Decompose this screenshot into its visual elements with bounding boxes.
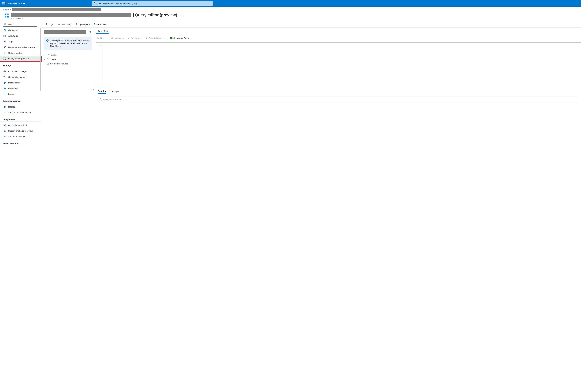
new-query-button[interactable]: New Query: [56, 22, 73, 27]
search-icon: [94, 2, 96, 4]
code-area[interactable]: [102, 43, 581, 87]
sidebar-item-label: Getting started: [8, 52, 22, 54]
sidebar-search-input[interactable]: [6, 23, 36, 25]
sidebar-item-stream-analytics[interactable]: Stream analytics (preview): [0, 128, 42, 134]
oe-node-tables[interactable]: › Tables: [44, 53, 92, 57]
azure-brand[interactable]: Microsoft Azure: [8, 2, 29, 5]
tab-query-1[interactable]: Query 1 ×: [96, 29, 109, 33]
connection-redacted: [44, 30, 86, 34]
cancel-query-button[interactable]: Cancel query: [107, 36, 125, 41]
show-only-editor-button[interactable]: Show only Editor: [169, 36, 191, 41]
cmd-label: New Query: [61, 23, 72, 25]
sidebar-group-data-management: Data management: [0, 98, 42, 103]
globe-icon: [3, 105, 6, 108]
sidebar-item-label: Tags: [8, 40, 13, 43]
sidebar-item-sync[interactable]: Sync to other databases: [0, 110, 42, 115]
sidebar-item-locks[interactable]: Locks: [0, 91, 42, 97]
breadcrumb-home[interactable]: Home: [3, 8, 9, 11]
sidebar-item-tags[interactable]: Tags: [0, 39, 42, 44]
svg-rect-52: [170, 38, 171, 39]
sidebar-item-properties[interactable]: Properties: [0, 85, 42, 91]
sidebar-item-add-azure-search[interactable]: Add Azure Search: [0, 134, 42, 139]
sync-icon: [3, 111, 6, 114]
oe-node-label: Stored Procedures: [50, 62, 68, 65]
export-data-button[interactable]: Export data as: [144, 36, 166, 41]
svg-rect-6: [7, 14, 9, 15]
sidebar-item-label: Sync to other databases: [8, 111, 32, 114]
sidebar-search[interactable]: [3, 22, 38, 27]
sidebar-item-label: Add Azure Search: [8, 135, 26, 138]
tab-messages[interactable]: Messages: [110, 90, 120, 93]
svg-rect-5: [5, 14, 6, 15]
oe-node-label: Views: [50, 58, 56, 60]
svg-rect-8: [7, 16, 9, 17]
save-query-button[interactable]: Save query: [126, 36, 143, 41]
qcmd-label: Run: [100, 37, 104, 39]
tab-results[interactable]: Results: [98, 90, 106, 94]
collapse-explorer-button[interactable]: ‹: [93, 88, 94, 91]
scrollbar[interactable]: [40, 27, 42, 91]
plus-icon: [58, 23, 60, 25]
line-number: 1: [96, 43, 101, 46]
chevron-right-icon: ›: [44, 62, 46, 65]
grid-icon: [170, 37, 172, 39]
open-query-button[interactable]: Open query: [74, 22, 92, 27]
oe-node-stored-procedures[interactable]: › Stored Procedures: [44, 62, 92, 66]
object-explorer: Showing limited object explorer here. Fo…: [42, 27, 94, 392]
sidebar-item-diagnose[interactable]: Diagnose and solve problems: [0, 44, 42, 50]
folder-icon: [47, 63, 49, 65]
refresh-button[interactable]: [88, 30, 92, 34]
azure-topbar: Microsoft Azure: [0, 0, 581, 7]
info-banner[interactable]: Showing limited object explorer here. Fo…: [44, 37, 92, 50]
sidebar-item-compute[interactable]: Compute + storage: [0, 68, 42, 74]
play-icon: [97, 37, 100, 39]
sidebar-item-synapse-link[interactable]: Azure Synapse Link: [0, 122, 42, 128]
sidebar-item-overview[interactable]: Overview: [0, 27, 42, 33]
svg-rect-50: [171, 38, 172, 38]
more-button[interactable]: …: [179, 13, 185, 17]
oe-node-views[interactable]: › Views: [44, 57, 92, 62]
login-button[interactable]: Login: [44, 22, 56, 27]
global-search[interactable]: [92, 1, 212, 6]
feedback-button[interactable]: Feedback: [92, 22, 108, 27]
breadcrumb: Home >: [0, 7, 581, 12]
sidebar-item-getting-started[interactable]: Getting started: [0, 50, 42, 56]
sidebar-item-replicas[interactable]: Replicas: [0, 104, 42, 110]
sidebar-item-query-editor[interactable]: Query editor (preview): [0, 56, 42, 61]
sidebar-item-label: Locks: [8, 93, 14, 95]
query-tabs: Query 1 ×: [94, 27, 581, 33]
sidebar-item-connection-strings[interactable]: Connection strings: [0, 74, 42, 80]
qcmd-label: Show only Editor: [174, 37, 190, 39]
cmd-label: Feedback: [97, 23, 106, 25]
svg-point-41: [47, 40, 48, 40]
sidebar-item-label: Query editor (preview): [8, 57, 30, 60]
run-button[interactable]: Run: [96, 36, 106, 41]
results-filter-input[interactable]: [102, 98, 576, 101]
svg-point-9: [4, 23, 6, 25]
info-text: Showing limited object explorer here. Fo…: [50, 39, 90, 48]
stream-icon: [3, 129, 6, 132]
global-search-input[interactable]: [96, 2, 211, 4]
svg-line-10: [6, 24, 6, 25]
svg-rect-40: [47, 40, 48, 41]
svg-line-24: [5, 77, 6, 77]
sidebar-item-activity-log[interactable]: Activity log: [0, 33, 42, 39]
close-tab-button[interactable]: ×: [106, 30, 108, 32]
cmd-label: Open query: [79, 23, 90, 25]
code-editor[interactable]: 1: [96, 42, 581, 87]
separator: [168, 36, 168, 40]
page-title: | Query editor (preview): [133, 13, 177, 17]
breadcrumb-separator: >: [10, 8, 11, 11]
hamburger-menu-button[interactable]: [0, 0, 8, 7]
svg-point-32: [46, 23, 47, 24]
query-editor-icon: [3, 57, 6, 60]
svg-rect-0: [2, 2, 5, 2]
svg-rect-54: [172, 38, 172, 39]
svg-rect-1: [2, 3, 5, 3]
sidebar-item-maintenance[interactable]: Maintenance: [0, 80, 42, 85]
line-number-gutter: 1: [96, 43, 102, 87]
key-icon: [3, 75, 6, 78]
chevron-right-icon: ›: [44, 54, 46, 56]
svg-point-11: [4, 29, 6, 30]
results-filter[interactable]: [98, 97, 578, 102]
